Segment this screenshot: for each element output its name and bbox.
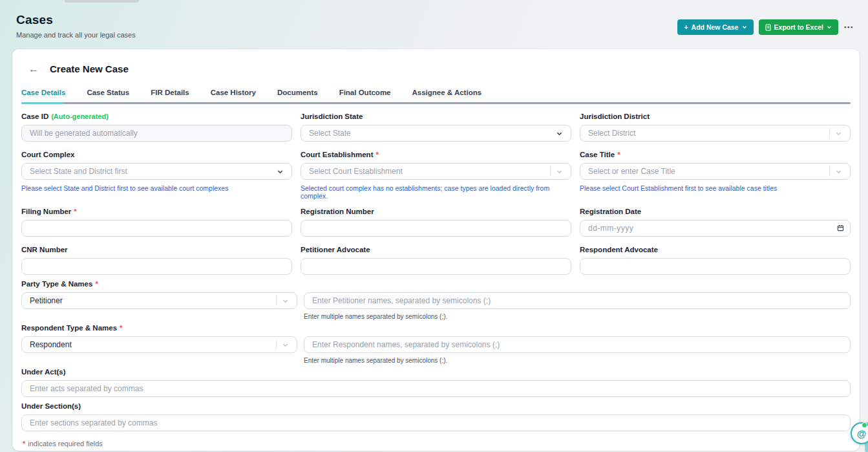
court-complex-label: Court Complex xyxy=(21,151,74,158)
at-icon: @ xyxy=(857,428,867,439)
page-header: Cases Manage and track all your legal ca… xyxy=(0,0,868,39)
field-court-complex: Court Complex Select State and District … xyxy=(21,151,292,200)
chevron-down-icon xyxy=(827,25,832,30)
registration-date-label: Registration Date xyxy=(580,208,641,215)
field-registration-number: Registration Number xyxy=(301,208,571,237)
chevron-down-icon xyxy=(835,130,842,137)
add-new-case-label: Add New Case xyxy=(692,23,739,31)
court-establishment-helper: Selected court complex has no establishm… xyxy=(301,184,571,200)
export-to-excel-button[interactable]: Export to Excel xyxy=(759,19,838,35)
case-id-input[interactable] xyxy=(21,125,292,142)
export-to-excel-label: Export to Excel xyxy=(774,23,823,31)
wizard-tabs: Case Details Case Status FIR Details Cas… xyxy=(21,89,851,102)
select-divider xyxy=(276,296,277,306)
tab-case-details[interactable]: Case Details xyxy=(21,89,65,96)
case-title-select[interactable]: Select or enter Case Title xyxy=(580,163,851,180)
under-sections-input[interactable] xyxy=(21,414,851,431)
tab-fir-details[interactable]: FIR Details xyxy=(151,89,189,96)
document-icon xyxy=(765,24,771,31)
jurisdiction-state-value: Select State xyxy=(309,129,551,138)
respondent-advocate-label: Respondent Advocate xyxy=(580,246,658,253)
tab-assignee-actions[interactable]: Assignee & Actions xyxy=(412,89,482,96)
party-type-value: Petitioner xyxy=(30,296,271,305)
under-acts-input[interactable] xyxy=(21,380,851,397)
under-acts-label: Under Act(s) xyxy=(21,368,66,376)
tab-documents[interactable]: Documents xyxy=(277,89,318,96)
required-asterisk: * xyxy=(23,440,25,447)
party-type-label: Party Type & Names xyxy=(21,280,92,288)
respondent-advocate-input[interactable] xyxy=(580,258,851,275)
required-note-text: indicates required fields xyxy=(28,440,103,447)
chevron-down-icon xyxy=(282,341,289,349)
registration-number-input[interactable] xyxy=(301,220,571,237)
jurisdiction-state-label: Jurisdiction State xyxy=(301,113,363,120)
jurisdiction-state-select[interactable]: Select State xyxy=(301,125,571,142)
required-asterisk: * xyxy=(376,151,378,158)
active-tab-indicator xyxy=(21,102,64,104)
case-id-label: Case ID xyxy=(21,113,48,120)
respondent-names-input[interactable] xyxy=(304,336,851,353)
respondent-type-select[interactable]: Respondent xyxy=(21,336,297,353)
required-asterisk: * xyxy=(617,151,620,158)
respondent-type-label: Respondent Type & Names xyxy=(21,324,117,332)
court-complex-value: Select State and District first xyxy=(30,167,271,176)
field-case-title: Case Title * Select or enter Case Title … xyxy=(580,151,851,200)
field-petitioner-advocate: Petitioner Advocate xyxy=(301,246,571,275)
field-party-type-names: Party Type & Names * Petitioner Enter mu… xyxy=(21,280,851,320)
petitioner-names-helper: Enter multiple names separated by semico… xyxy=(304,313,851,320)
field-jurisdiction-district: Jurisdiction District Select District xyxy=(580,113,851,142)
chevron-down-icon xyxy=(556,168,563,175)
chat-widget-button[interactable]: @ xyxy=(851,422,868,444)
tab-case-history[interactable]: Case History xyxy=(211,89,256,96)
select-divider xyxy=(829,128,830,138)
select-divider xyxy=(829,166,830,177)
jurisdiction-district-value: Select District xyxy=(588,129,824,138)
header-actions: + Add New Case Export to Excel ⋯ xyxy=(677,19,854,35)
case-details-form: Case ID (Auto-generated) Jurisdiction St… xyxy=(21,104,851,451)
chevron-down-icon xyxy=(277,168,284,175)
petitioner-advocate-input[interactable] xyxy=(301,258,571,275)
court-complex-select[interactable]: Select State and District first xyxy=(21,163,292,180)
case-title-label: Case Title xyxy=(580,151,615,158)
field-registration-date: Registration Date xyxy=(580,208,851,237)
required-asterisk: * xyxy=(120,324,122,332)
field-cnr-number: CNR Number xyxy=(21,246,292,275)
create-case-card: ← Create New Case Case Details Case Stat… xyxy=(12,49,860,451)
court-complex-helper: Please select State and District first t… xyxy=(21,184,292,192)
petitioner-names-input[interactable] xyxy=(304,292,851,309)
field-under-sections: Under Section(s) xyxy=(21,402,851,431)
court-establishment-select[interactable]: Select Court Establishment xyxy=(301,163,571,180)
party-type-select[interactable]: Petitioner xyxy=(21,292,297,309)
tab-case-status[interactable]: Case Status xyxy=(87,89,129,96)
respondent-type-value: Respondent xyxy=(30,340,271,349)
petitioner-advocate-label: Petitioner Advocate xyxy=(301,246,370,253)
add-new-case-button[interactable]: + Add New Case xyxy=(677,19,753,35)
calendar-icon[interactable] xyxy=(837,224,844,231)
required-asterisk: * xyxy=(74,208,76,215)
chevron-down-icon xyxy=(835,168,842,175)
under-sections-label: Under Section(s) xyxy=(21,402,81,410)
chevron-down-icon xyxy=(556,130,563,137)
cnr-number-input[interactable] xyxy=(21,258,292,275)
chevron-down-icon xyxy=(742,25,747,30)
respondent-names-helper: Enter multiple names separated by semico… xyxy=(304,357,851,364)
field-under-acts: Under Act(s) xyxy=(21,368,851,397)
registration-date-input[interactable] xyxy=(580,220,851,237)
case-title-value: Select or enter Case Title xyxy=(588,167,824,176)
select-divider xyxy=(276,339,277,350)
more-options-button[interactable]: ⋯ xyxy=(843,24,854,30)
filing-number-label: Filing Number xyxy=(21,208,71,215)
registration-number-label: Registration Number xyxy=(301,208,374,215)
back-arrow-icon[interactable]: ← xyxy=(28,64,39,74)
online-status-dot xyxy=(862,422,867,428)
tabs-underline xyxy=(21,102,851,104)
field-respondent-type-names: Respondent Type & Names * Respondent Ent… xyxy=(21,324,851,364)
jurisdiction-district-select[interactable]: Select District xyxy=(580,125,851,142)
field-court-establishment: Court Establishment * Select Court Estab… xyxy=(301,151,571,200)
field-case-id: Case ID (Auto-generated) xyxy=(21,113,292,142)
filing-number-input[interactable] xyxy=(21,220,292,237)
tab-final-outcome[interactable]: Final Outcome xyxy=(339,89,391,96)
field-filing-number: Filing Number * xyxy=(21,208,292,237)
jurisdiction-district-label: Jurisdiction District xyxy=(580,113,650,120)
plus-icon: + xyxy=(684,23,688,31)
